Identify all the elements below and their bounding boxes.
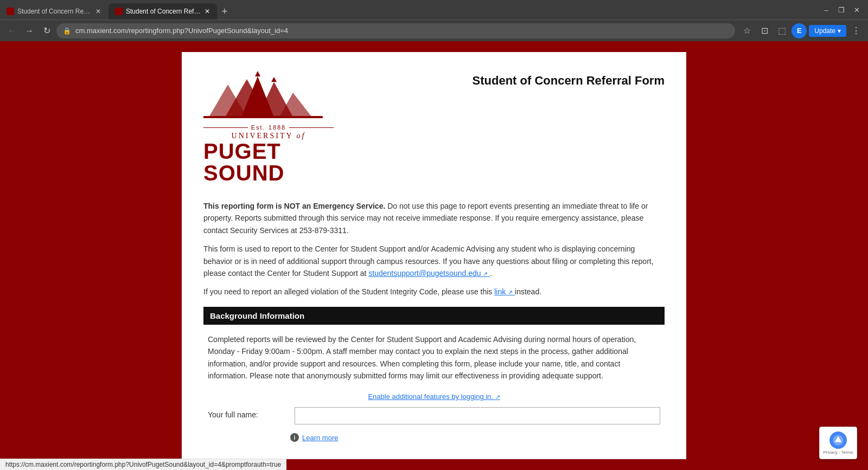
- extension-icon: ⬚: [778, 25, 786, 36]
- bookmark-button[interactable]: ☆: [739, 23, 755, 38]
- svg-rect-7: [203, 116, 323, 118]
- recaptcha-icon: [832, 434, 844, 446]
- university-of-text: UNIVERSITY of: [232, 132, 306, 140]
- chevron-down-icon: ▾: [838, 27, 841, 35]
- browser-chrome: Student of Concern Reporting ✕ Student o…: [0, 0, 868, 41]
- nav-right: ☆ ⊡ ⬚ E Update ▾ ⋮: [739, 23, 864, 38]
- page-content: Est. 1888 UNIVERSITY of PUGET SOUND Stud…: [0, 41, 868, 470]
- form-purpose-para: This form is used to report to the Cente…: [203, 243, 665, 279]
- cast-icon: ⊡: [761, 25, 768, 36]
- full-name-row: Your full name:: [203, 407, 665, 424]
- tab2-favicon: [115, 8, 123, 15]
- window-controls: – ❐ ✕: [819, 3, 868, 17]
- svg-marker-5: [255, 71, 260, 76]
- restore-button[interactable]: ❐: [834, 3, 848, 17]
- tab1-favicon: [7, 8, 14, 15]
- full-name-input-area: [295, 407, 660, 424]
- tab2-label: Student of Concern Referral Form: [126, 8, 201, 15]
- recaptcha-text: Privacy - Terms: [824, 450, 853, 455]
- address-bar[interactable]: 🔒 cm.maxient.com/reportingform.php?Univo…: [56, 23, 735, 38]
- warning-section: This reporting form is NOT an Emergency …: [203, 200, 665, 298]
- learn-more-link[interactable]: Learn more: [302, 434, 338, 442]
- title-bar: Student of Concern Reporting ✕ Student o…: [0, 0, 868, 20]
- lock-icon: 🔒: [63, 27, 71, 35]
- cast-button[interactable]: ⊡: [757, 23, 772, 38]
- university-logo-mountain: [203, 68, 323, 123]
- full-name-input[interactable]: [295, 407, 660, 424]
- tab-student-reporting[interactable]: Student of Concern Reporting ✕: [0, 3, 108, 20]
- status-bar: https://cm.maxient.com/reportingform.php…: [0, 459, 286, 470]
- email-link[interactable]: studentsupport@pugetsound.edu ↗: [368, 269, 490, 278]
- link-external-icon: ↗: [508, 289, 513, 295]
- form-title: Student of Concern Referral Form: [473, 68, 665, 88]
- puget-sound-text: PUGET SOUND: [203, 140, 334, 184]
- address-text: cm.maxient.com/reportingform.php?UnivofP…: [75, 27, 288, 35]
- background-text: Completed reports will be reviewed by th…: [208, 333, 660, 382]
- external-link-icon: ↗: [483, 271, 488, 277]
- new-tab-button[interactable]: +: [217, 4, 232, 19]
- menu-icon: ⋮: [852, 25, 860, 36]
- full-name-label: Your full name:: [208, 407, 295, 419]
- est-rule-left: [203, 127, 248, 128]
- close-button[interactable]: ✕: [850, 3, 864, 17]
- section-header: Background Information: [203, 307, 665, 325]
- est-rule-right: [289, 127, 334, 128]
- update-button[interactable]: Update ▾: [809, 25, 846, 37]
- svg-marker-6: [271, 77, 277, 82]
- form-header: Est. 1888 UNIVERSITY of PUGET SOUND Stud…: [203, 68, 665, 184]
- nav-bar: ← → ↻ 🔒 cm.maxient.com/reportingform.php…: [0, 20, 868, 41]
- learn-more-row: i Learn more: [203, 433, 665, 442]
- tab1-close[interactable]: ✕: [94, 7, 102, 16]
- back-button[interactable]: ←: [4, 23, 20, 38]
- tab-student-referral[interactable]: Student of Concern Referral Form ✕: [108, 3, 217, 20]
- minimize-button[interactable]: –: [819, 3, 833, 17]
- tab2-close[interactable]: ✕: [204, 7, 210, 16]
- integrity-code-para: If you need to report an alleged violati…: [203, 286, 665, 298]
- logo-area: Est. 1888 UNIVERSITY of PUGET SOUND: [203, 68, 334, 184]
- est-line: Est. 1888: [203, 124, 334, 131]
- form-container: Est. 1888 UNIVERSITY of PUGET SOUND Stud…: [182, 52, 686, 459]
- recaptcha-logo: [829, 432, 847, 449]
- menu-button[interactable]: ⋮: [848, 23, 864, 38]
- refresh-icon: ↻: [43, 25, 50, 36]
- login-link-area: Enable additional features by logging in…: [203, 392, 665, 401]
- info-icon: i: [290, 433, 299, 442]
- profile-initial: E: [797, 27, 802, 35]
- login-external-icon: ↗: [495, 394, 500, 400]
- back-icon: ←: [8, 26, 16, 36]
- integrity-link[interactable]: link ↗: [494, 287, 515, 296]
- bookmark-icon: ☆: [743, 25, 751, 36]
- emergency-warning-para: This reporting form is NOT an Emergency …: [203, 200, 665, 236]
- recaptcha-badge[interactable]: Privacy - Terms: [819, 427, 857, 459]
- extension-button[interactable]: ⬚: [774, 23, 789, 38]
- forward-button[interactable]: →: [22, 23, 37, 38]
- profile-button[interactable]: E: [792, 23, 807, 38]
- forward-icon: →: [25, 26, 34, 36]
- tab1-label: Student of Concern Reporting: [17, 8, 91, 15]
- login-link[interactable]: Enable additional features by logging in…: [203, 392, 665, 401]
- section-body: Completed reports will be reviewed by th…: [203, 333, 665, 382]
- refresh-button[interactable]: ↻: [39, 23, 54, 38]
- warning-bold: This reporting form is NOT an Emergency …: [203, 202, 385, 210]
- status-url: https://cm.maxient.com/reportingform.php…: [5, 461, 281, 468]
